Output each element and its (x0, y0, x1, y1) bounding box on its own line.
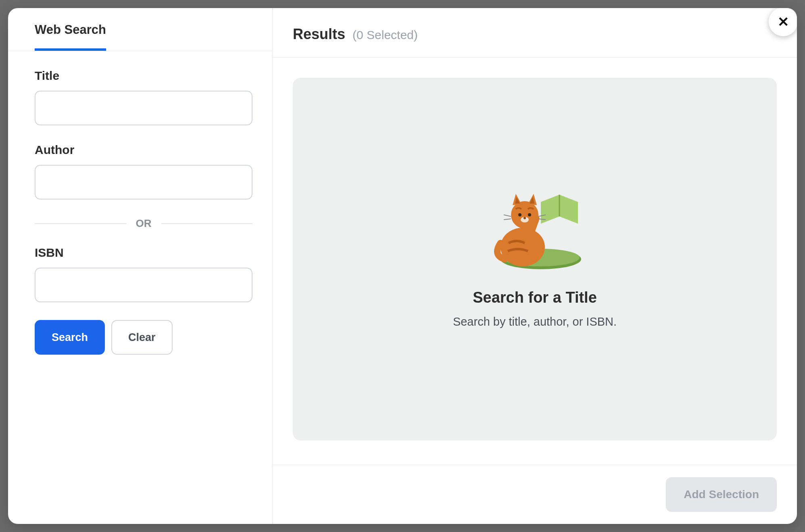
results-selected-count: (0 Selected) (352, 28, 418, 42)
cat-reading-icon (488, 187, 581, 273)
search-modal: ✕ Web Search Title Author OR ISBN (8, 8, 797, 524)
author-label: Author (35, 143, 246, 157)
svg-point-6 (511, 201, 538, 229)
title-label: Title (35, 69, 246, 83)
search-button[interactable]: Search (35, 320, 105, 355)
svg-point-12 (528, 213, 531, 216)
clear-button[interactable]: Clear (111, 320, 173, 355)
results-title: Results (293, 26, 345, 43)
author-field-block: Author (35, 143, 246, 200)
author-input[interactable] (35, 165, 252, 200)
or-separator: OR (35, 217, 252, 230)
svg-point-11 (518, 213, 521, 216)
close-button[interactable]: ✕ (769, 8, 797, 36)
search-form: Title Author OR ISBN Search Clear (8, 51, 272, 355)
add-selection-button[interactable]: Add Selection (666, 477, 777, 512)
results-header: Results (0 Selected) (273, 8, 797, 58)
isbn-input[interactable] (35, 268, 252, 302)
search-form-pane: Web Search Title Author OR ISBN Searc (8, 8, 273, 524)
results-footer: Add Selection (273, 465, 797, 524)
close-icon: ✕ (778, 14, 789, 30)
separator-line-right (161, 223, 253, 224)
empty-state-title: Search for a Title (473, 289, 597, 306)
title-field-block: Title (35, 69, 246, 125)
results-body: Search for a Title Search by title, auth… (273, 58, 797, 465)
form-button-row: Search Clear (35, 320, 246, 355)
empty-state-subtitle: Search by title, author, or ISBN. (453, 315, 617, 328)
svg-line-15 (504, 215, 511, 216)
isbn-label: ISBN (35, 246, 246, 260)
isbn-field-block: ISBN (35, 246, 246, 302)
left-header: Web Search (8, 8, 272, 51)
separator-line-left (35, 223, 126, 224)
svg-line-16 (504, 219, 511, 220)
empty-state-panel: Search for a Title Search by title, auth… (293, 78, 777, 441)
svg-point-14 (523, 217, 526, 219)
tab-web-search[interactable]: Web Search (35, 23, 106, 51)
separator-text: OR (136, 217, 152, 230)
title-input[interactable] (35, 91, 252, 125)
results-pane: Results (0 Selected) (273, 8, 797, 524)
